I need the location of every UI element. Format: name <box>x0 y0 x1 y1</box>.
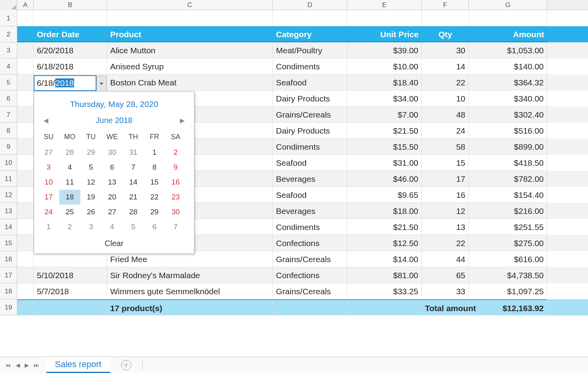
cell-qty[interactable]: 65 <box>422 267 469 283</box>
header-category[interactable]: Category <box>273 26 347 42</box>
row-header-7[interactable]: 7 <box>0 107 17 123</box>
calendar-day[interactable]: 8 <box>144 160 165 175</box>
calendar-day[interactable]: 6 <box>144 219 165 234</box>
cell-product[interactable]: Sir Rodney's Marmalade <box>107 267 273 283</box>
cell[interactable] <box>17 74 34 91</box>
cell-price[interactable]: $81.00 <box>347 267 422 283</box>
calendar-day[interactable]: 10 <box>38 175 59 190</box>
cell-category[interactable]: Seafood <box>273 74 347 91</box>
row-header-17[interactable]: 17 <box>0 267 17 283</box>
cell-amount[interactable]: $899.00 <box>469 139 547 155</box>
cell-category[interactable]: Seafood <box>273 187 347 203</box>
active-cell-editor[interactable]: 6/18/2018 <box>34 75 96 91</box>
col-header-F[interactable]: F <box>422 0 469 10</box>
calendar-day[interactable]: 21 <box>123 190 144 205</box>
cell-category[interactable]: Beverages <box>273 171 347 187</box>
cell-product[interactable]: Boston Crab Meat <box>107 74 273 91</box>
cell-category[interactable]: Condiments <box>273 219 347 235</box>
calendar-day[interactable]: 23 <box>165 190 186 205</box>
calendar-today-link[interactable]: Thursday, May 28, 2020 <box>38 96 190 116</box>
cell-qty[interactable]: 12 <box>422 203 469 219</box>
cell-category[interactable]: Grains/Cereals <box>273 283 347 299</box>
row-header-15[interactable]: 15 <box>0 235 17 251</box>
calendar-day[interactable]: 28 <box>123 205 144 219</box>
calendar-day[interactable]: 18 <box>59 190 80 205</box>
next-month-icon[interactable]: ▶ <box>180 117 185 124</box>
cell[interactable] <box>17 91 34 107</box>
cell[interactable] <box>17 42 34 58</box>
cell-amount[interactable]: $140.00 <box>469 58 547 74</box>
calendar-clear-button[interactable]: Clear <box>38 234 190 248</box>
cell-price[interactable]: $21.50 <box>347 219 422 235</box>
cell[interactable] <box>17 26 34 42</box>
cell-qty[interactable]: 22 <box>422 74 469 91</box>
cell-price[interactable]: $39.00 <box>347 42 422 58</box>
cell[interactable] <box>17 203 34 219</box>
cell-date[interactable]: 5/7/2018 <box>34 283 107 299</box>
select-all-corner[interactable] <box>0 0 17 10</box>
cell-date[interactable]: 6/20/2018 <box>34 42 107 58</box>
prev-month-icon[interactable]: ◀ <box>44 117 48 124</box>
calendar-day[interactable]: 12 <box>80 175 102 190</box>
calendar-day[interactable]: 17 <box>38 190 59 205</box>
col-header-E[interactable]: E <box>347 0 422 10</box>
calendar-day[interactable]: 15 <box>144 175 165 190</box>
calendar-month-label[interactable]: June 2018 <box>96 116 132 125</box>
first-sheet-icon[interactable]: ⏮ <box>5 362 11 368</box>
calendar-day[interactable]: 16 <box>165 175 186 190</box>
cell-amount[interactable]: $782.00 <box>469 171 547 187</box>
cell[interactable] <box>34 299 107 315</box>
cell-category[interactable]: Confections <box>273 267 347 283</box>
cell-price[interactable]: $14.00 <box>347 251 422 267</box>
cell-qty[interactable]: 16 <box>422 187 469 203</box>
row-header-12[interactable]: 12 <box>0 187 17 203</box>
cell-price[interactable]: $33.25 <box>347 283 422 299</box>
row-header-2[interactable]: 2 <box>0 26 17 42</box>
cell[interactable] <box>422 10 469 26</box>
cell[interactable] <box>347 299 422 315</box>
header-amount[interactable]: Amount <box>469 26 547 42</box>
col-header-C[interactable]: C <box>107 0 273 10</box>
cell-category[interactable]: Dairy Products <box>273 91 347 107</box>
row-header-8[interactable]: 8 <box>0 123 17 139</box>
cell[interactable] <box>273 299 347 315</box>
cell[interactable] <box>17 283 34 299</box>
calendar-day[interactable]: 29 <box>80 145 102 160</box>
cell[interactable] <box>17 219 34 235</box>
cell[interactable] <box>17 187 34 203</box>
cell-amount[interactable]: $418.50 <box>469 155 547 171</box>
cell-qty[interactable]: 58 <box>422 139 469 155</box>
cell[interactable] <box>17 171 34 187</box>
cell-amount[interactable]: $4,738.50 <box>469 267 547 283</box>
calendar-day[interactable]: 11 <box>59 175 80 190</box>
cell-amount[interactable]: $216.00 <box>469 203 547 219</box>
cell-price[interactable]: $21.50 <box>347 123 422 139</box>
cell-price[interactable]: $9.65 <box>347 187 422 203</box>
cell-amount[interactable]: $364.32 <box>469 74 547 91</box>
cell-amount[interactable]: $154.40 <box>469 187 547 203</box>
cell-amount[interactable]: $275.00 <box>469 235 547 251</box>
cell-qty[interactable]: 15 <box>422 155 469 171</box>
cell-qty[interactable]: 13 <box>422 219 469 235</box>
cell-qty[interactable]: 10 <box>422 91 469 107</box>
cell-amount[interactable]: $1,053.00 <box>469 42 547 58</box>
cell-price[interactable]: $46.00 <box>347 171 422 187</box>
calendar-day[interactable]: 2 <box>165 145 186 160</box>
cell-date[interactable]: 6/18/2018 <box>34 58 107 74</box>
cell[interactable] <box>17 235 34 251</box>
calendar-day[interactable]: 28 <box>59 145 80 160</box>
cell-qty[interactable]: 24 <box>422 123 469 139</box>
cell-price[interactable]: $12.50 <box>347 235 422 251</box>
last-sheet-icon[interactable]: ⏭ <box>34 362 39 368</box>
calendar-day[interactable]: 1 <box>38 219 59 234</box>
cell[interactable] <box>107 10 273 26</box>
cell-category[interactable]: Grains/Cereals <box>273 251 347 267</box>
cell[interactable] <box>469 10 547 26</box>
cell-price[interactable]: $34.00 <box>347 91 422 107</box>
cell[interactable] <box>34 10 107 26</box>
row-header-14[interactable]: 14 <box>0 219 17 235</box>
cell[interactable] <box>17 58 34 74</box>
date-dropdown-button[interactable] <box>96 76 107 91</box>
cell-price[interactable]: $31.00 <box>347 155 422 171</box>
cell-product[interactable]: Wimmers gute Semmelknödel <box>107 283 273 299</box>
